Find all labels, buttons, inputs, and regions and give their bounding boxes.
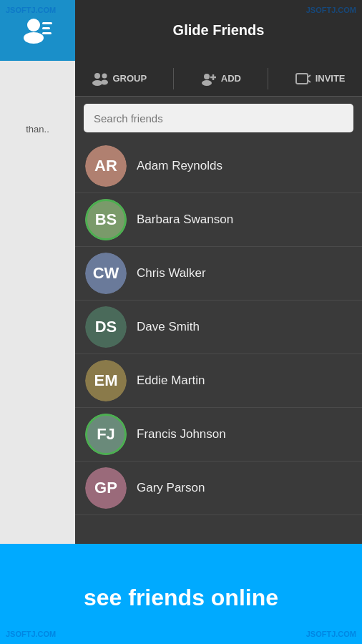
action-bar: GROUP ADD xyxy=(75,61,362,97)
svg-rect-4 xyxy=(42,32,52,34)
sidebar-header xyxy=(0,0,75,61)
promo-text: see friends online xyxy=(84,585,278,611)
promo-bar: see friends online xyxy=(0,551,362,644)
add-label: ADD xyxy=(221,73,241,84)
svg-point-1 xyxy=(24,32,44,44)
divider-1 xyxy=(173,68,174,89)
avatar-initials: BS xyxy=(85,199,127,240)
avatar: FJ xyxy=(85,414,127,455)
list-item[interactable]: CWChris Walker xyxy=(75,247,362,301)
friend-name: Eddie Martin xyxy=(137,374,205,388)
group-label: GROUP xyxy=(112,73,147,84)
friend-name: Gary Parson xyxy=(137,481,205,495)
svg-point-5 xyxy=(94,73,100,79)
sidebar-preview: than.. xyxy=(0,118,75,140)
main-panel: Glide Friends GROUP xyxy=(75,0,362,544)
avatar: EM xyxy=(85,360,127,401)
user-list-icon xyxy=(22,15,54,47)
group-button[interactable]: GROUP xyxy=(84,68,154,89)
page-title: Glide Friends xyxy=(173,22,265,39)
list-item[interactable]: GPGary Parson xyxy=(75,462,362,515)
friend-name: Dave Smith xyxy=(137,320,200,334)
avatar: BS xyxy=(85,199,127,240)
title-bar: Glide Friends xyxy=(75,0,362,61)
list-item[interactable]: DSDave Smith xyxy=(75,301,362,354)
search-container xyxy=(75,97,362,140)
svg-point-6 xyxy=(92,80,102,86)
search-input[interactable] xyxy=(84,104,353,132)
svg-rect-3 xyxy=(42,27,50,29)
avatar: AR xyxy=(85,145,127,187)
svg-rect-2 xyxy=(42,22,52,24)
list-item[interactable]: BSBarbara Swanson xyxy=(75,193,362,247)
avatar-initials: DS xyxy=(85,306,127,348)
invite-label: INVITE xyxy=(315,73,346,84)
invite-button[interactable]: INVITE xyxy=(288,68,353,89)
avatar: CW xyxy=(85,253,127,294)
add-button[interactable]: ADD xyxy=(193,68,248,89)
svg-point-9 xyxy=(204,74,210,79)
avatar-initials: GP xyxy=(85,467,127,509)
list-item[interactable]: FJFrancis Johnson xyxy=(75,408,362,462)
invite-icon xyxy=(295,72,312,86)
avatar-initials: FJ xyxy=(85,414,127,455)
friends-list: ARAdam ReynoldsBSBarbara SwansonCWChris … xyxy=(75,140,362,544)
avatar-initials: AR xyxy=(85,145,127,187)
friend-name: Chris Walker xyxy=(137,266,206,280)
friend-name: Francis Johnson xyxy=(137,427,226,441)
avatar: GP xyxy=(85,467,127,509)
list-item[interactable]: EMEddie Martin xyxy=(75,354,362,408)
svg-point-10 xyxy=(202,80,212,86)
svg-point-0 xyxy=(27,19,40,31)
add-icon xyxy=(200,72,217,86)
friend-name: Barbara Swanson xyxy=(137,213,233,227)
list-item[interactable]: ARAdam Reynolds xyxy=(75,140,362,193)
friend-name: Adam Reynolds xyxy=(137,159,222,173)
avatar-initials: EM xyxy=(85,360,127,401)
svg-point-7 xyxy=(102,73,107,78)
avatar: DS xyxy=(85,306,127,348)
avatar-initials: CW xyxy=(85,253,127,294)
svg-rect-13 xyxy=(296,74,308,84)
sidebar: than.. xyxy=(0,0,75,544)
divider-2 xyxy=(268,68,268,89)
svg-point-8 xyxy=(101,79,108,84)
group-icon xyxy=(92,72,109,86)
